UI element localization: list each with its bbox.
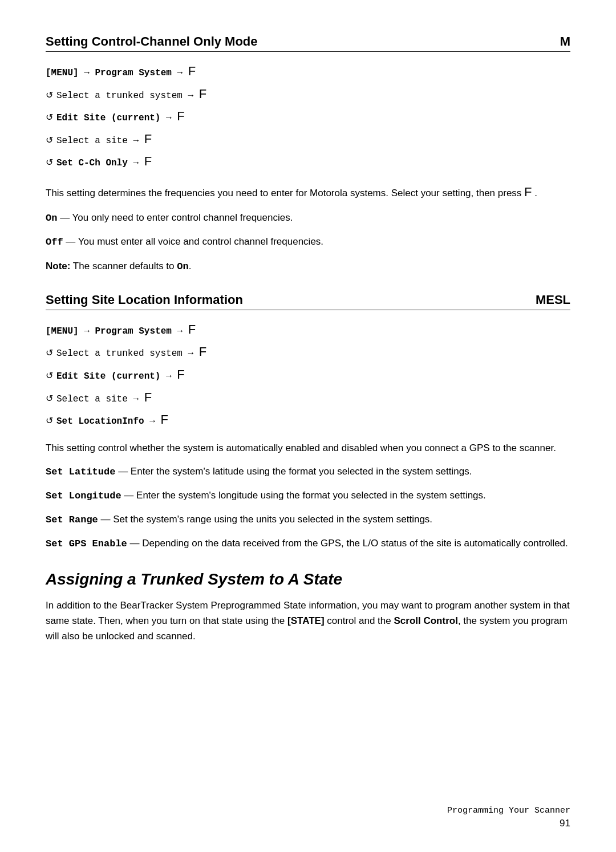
section-title-site-location: Setting Site Location Information [46, 293, 243, 307]
nav-step-sl-3: ↺ Select a site → F [46, 386, 570, 409]
step-text-sl-2: Edit Site (current) → F [56, 363, 185, 386]
note-control-channel: Note: The scanner defaults to On. [46, 258, 570, 274]
section-assigning: Assigning a Trunked System to A State In… [46, 570, 570, 644]
footer: Programming Your Scanner 91 [447, 806, 570, 829]
step-symbol-4: ↺ [46, 155, 53, 171]
note-label: Note: [46, 261, 70, 271]
step-symbol-sl-1: ↺ [46, 345, 53, 362]
term-off: Off [46, 237, 63, 248]
note-code: On [177, 261, 188, 272]
nav-step-menu-1: [MENU] → Program System → F [46, 60, 570, 83]
step-symbol-sl-4: ↺ [46, 413, 53, 429]
def-gps-enable: Set GPS Enable — Depending on the data r… [46, 535, 570, 551]
menu-label-2: [MENU] → Program System → F [46, 318, 196, 341]
def-on: On — You only need to enter control chan… [46, 210, 570, 226]
big-section-title: Assigning a Trunked System to A State [46, 570, 570, 589]
term-longitude: Set Longitude [46, 490, 121, 501]
section-code-control-channel: M [560, 34, 570, 49]
def-range: Set Range — Set the system's range using… [46, 512, 570, 528]
term-gps-enable: Set GPS Enable [46, 538, 127, 549]
def-latitude: Set Latitude — Enter the system's latitu… [46, 464, 570, 480]
step-text-2: Edit Site (current) → F [56, 105, 185, 128]
step-symbol-2: ↺ [46, 109, 53, 126]
body-text-assigning: In addition to the BearTracker System Pr… [46, 598, 570, 644]
step-symbol-sl-3: ↺ [46, 391, 53, 407]
bold-scroll: Scroll Control [394, 615, 457, 626]
nav-step-4: ↺ Set C-Ch Only → F [46, 150, 570, 173]
step-symbol-1: ↺ [46, 87, 53, 104]
nav-step-sl-1: ↺ Select a trunked system → F [46, 340, 570, 363]
step-text-4: Set C-Ch Only → F [56, 150, 152, 173]
step-text-1: Select a trunked system → F [56, 83, 206, 106]
step-text-sl-3: Select a site → F [56, 386, 152, 409]
nav-step-3: ↺ Select a site → F [46, 128, 570, 151]
step-text-sl-4: Set LocationInfo → F [56, 408, 168, 431]
step-symbol-sl-2: ↺ [46, 368, 53, 384]
nav-step-sl-4: ↺ Set LocationInfo → F [46, 408, 570, 431]
menu-label-1: [MENU] → Program System → F [46, 60, 196, 83]
def-off: Off — You must enter all voice and contr… [46, 234, 570, 250]
term-range: Set Range [46, 514, 98, 525]
section-control-channel: Setting Control-Channel Only Mode M [MEN… [46, 34, 570, 274]
section-site-location: Setting Site Location Information MESL [… [46, 293, 570, 552]
body-text-site-location: This setting control whether the system … [46, 440, 570, 456]
nav-step-sl-2: ↺ Edit Site (current) → F [46, 363, 570, 386]
section-title-control-channel: Setting Control-Channel Only Mode [46, 34, 258, 49]
footer-text: Programming Your Scanner [447, 806, 570, 816]
nav-step-2: ↺ Edit Site (current) → F [46, 105, 570, 128]
footer-page: 91 [447, 818, 570, 829]
bold-state: [STATE] [287, 615, 325, 626]
step-symbol-3: ↺ [46, 132, 53, 149]
nav-step-menu-2: [MENU] → Program System → F [46, 318, 570, 341]
section-header-site-location: Setting Site Location Information MESL [46, 293, 570, 310]
step-text-3: Select a site → F [56, 128, 152, 151]
section-code-site-location: MESL [536, 293, 570, 307]
term-latitude: Set Latitude [46, 466, 115, 477]
section-header-control-channel: Setting Control-Channel Only Mode M [46, 34, 570, 52]
body-text-control-channel: This setting determines the frequencies … [46, 182, 570, 202]
term-on: On [46, 213, 57, 224]
nav-steps-control-channel: [MENU] → Program System → F ↺ Select a t… [46, 60, 570, 173]
nav-steps-site-location: [MENU] → Program System → F ↺ Select a t… [46, 318, 570, 431]
step-text-sl-1: Select a trunked system → F [56, 340, 206, 363]
def-longitude: Set Longitude — Enter the system's longi… [46, 488, 570, 504]
nav-step-1: ↺ Select a trunked system → F [46, 83, 570, 106]
